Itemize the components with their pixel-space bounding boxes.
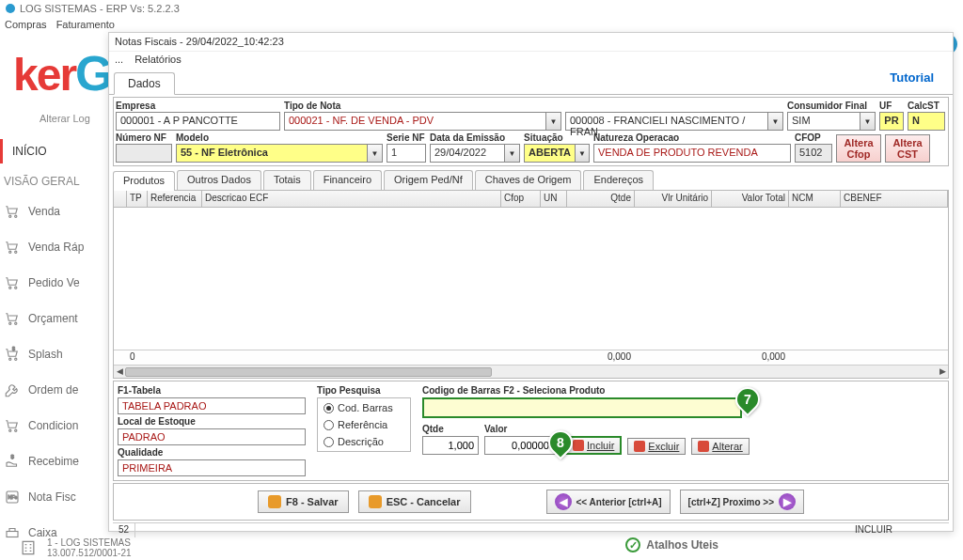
btn-altera-cst[interactable]: Altera CST [885, 134, 930, 163]
dollar-cart-icon: $ [4, 346, 21, 363]
cart-icon [4, 239, 21, 256]
subtab-enderecos[interactable]: Endereços [583, 170, 654, 190]
input-situacao[interactable]: ABERTA [524, 144, 576, 163]
dropdown-vendedor[interactable]: ▼ [768, 112, 783, 131]
footer-company-name: 1 - LOG SISTEMAS [47, 537, 132, 548]
subtab-chaves[interactable]: Chaves de Origem [475, 170, 582, 190]
notas-fiscais-window: Notas Fiscais - 29/04/2022_10:42:23 ... … [108, 32, 954, 532]
hand-money-icon: $ [4, 453, 21, 470]
menu-relatorios[interactable]: Relatórios [134, 54, 182, 67]
sidebar-item-orcamento[interactable]: Orçament [0, 301, 108, 336]
input-natureza[interactable]: VENDA DE PRODUTO REVENDA [593, 144, 791, 163]
sub-tabs: Produtos Outros Dados Totais Financeiro … [113, 170, 949, 191]
input-f1-tabela[interactable]: TABELA PADRAO [118, 397, 306, 414]
input-local-estoque[interactable]: PADRAO [118, 428, 306, 445]
subtab-totais[interactable]: Totais [263, 170, 311, 190]
col-tp[interactable]: TP [127, 191, 148, 207]
sidebar-item-label: Pedido Ve [28, 276, 80, 289]
btn-altera-cfop[interactable]: Altera Cfop [836, 134, 881, 163]
input-vendedor[interactable]: 000008 - FRANCIELI NASCIMENTO / FRAN [565, 112, 768, 131]
radio-referencia[interactable]: Referência [324, 419, 404, 430]
scroll-right-arrow[interactable]: ▶ [937, 366, 948, 378]
svg-rect-17 [7, 532, 18, 537]
scroll-thumb[interactable] [125, 367, 492, 377]
label-uf: UF [879, 101, 904, 112]
sidebar-item-pedido[interactable]: Pedido Ve [0, 265, 108, 301]
sidebar-item-condicional[interactable]: Condicion [0, 408, 108, 443]
col-referencia[interactable]: Referencia [148, 191, 202, 207]
sidebar-item-nota-fiscal[interactable]: NFe Nota Fisc [0, 479, 108, 515]
grid-header: TP Referencia Descricao ECF Cfop UN Qtde… [114, 191, 948, 208]
menu-ellipsis[interactable]: ... [115, 54, 123, 67]
dropdown-situacao[interactable]: ▼ [576, 144, 590, 163]
dropdown-tipo-nota[interactable]: ▼ [546, 112, 561, 131]
input-empresa[interactable]: 000001 - A P PANCOTTE [116, 112, 280, 131]
radio-dot-icon [324, 403, 334, 413]
btn-alterar[interactable]: Alterar [691, 438, 749, 455]
radio-cod-barras[interactable]: Cod. Barras [324, 402, 404, 413]
svg-point-12 [9, 429, 11, 431]
sidebar-section-visao[interactable]: VISÃO GERAL [0, 169, 108, 194]
subtab-produtos[interactable]: Produtos [113, 171, 175, 191]
btn-anterior[interactable]: ◀<< Anterior [ctrl+A] [546, 490, 671, 514]
input-qualidade[interactable]: PRIMEIRA [118, 459, 306, 476]
input-qtde[interactable] [422, 436, 479, 455]
sidebar-item-recebimento[interactable]: $ Recebime [0, 443, 108, 479]
subtab-origem[interactable]: Origem Ped/Nf [384, 170, 473, 190]
input-serie[interactable]: 1 [387, 144, 426, 163]
input-uf[interactable]: PR [879, 112, 904, 131]
dropdown-cons-final[interactable]: ▼ [860, 112, 876, 131]
subtab-financeiro[interactable]: Financeiro [313, 170, 382, 190]
cart-icon [4, 417, 21, 434]
grid-footer: 0 0,000 0,000 [114, 350, 948, 365]
menu-compras[interactable]: Compras [5, 19, 47, 30]
building-icon [19, 537, 38, 558]
btn-proximo[interactable]: [ctrl+Z] Proximo >>▶ [680, 490, 804, 514]
col-vlr-unit[interactable]: Vlr Unitário [635, 191, 712, 207]
dropdown-data-emissao[interactable]: ▼ [505, 144, 520, 163]
save-icon [268, 495, 281, 508]
footer-company: 1 - LOG SISTEMAS 13.007.512/0001-21 [19, 537, 132, 558]
input-cfop[interactable]: 5102 [795, 144, 832, 163]
btn-salvar[interactable]: F8 - Salvar [258, 490, 349, 513]
brand-subtitle[interactable]: Alterar Log [39, 113, 90, 124]
scroll-left-arrow[interactable]: ◀ [114, 366, 125, 378]
btn-cancelar[interactable]: ESC - Cancelar [358, 490, 471, 513]
status-left: 52 [113, 523, 135, 537]
svg-point-0 [6, 4, 15, 13]
svg-point-7 [9, 322, 11, 324]
col-cfop[interactable]: Cfop [501, 191, 541, 207]
sidebar-item-ordem[interactable]: Ordem de [0, 372, 108, 408]
label-calcst: CalcST [908, 101, 945, 112]
col-un[interactable]: UN [541, 191, 567, 207]
col-valor-total[interactable]: Valor Total [712, 191, 789, 207]
sidebar-item-venda-rap[interactable]: Venda Ráp [0, 229, 108, 265]
tab-dados[interactable]: Dados [114, 72, 175, 95]
input-calcst[interactable]: N [908, 112, 945, 131]
col-cbenef[interactable]: CBENEF [841, 191, 948, 207]
btn-excluir[interactable]: Excluir [627, 438, 686, 455]
input-data-emissao[interactable]: 29/04/2022 [430, 144, 505, 163]
dropdown-modelo[interactable]: ▼ [368, 144, 383, 163]
label-tipo-nota: Tipo de Nota [284, 101, 561, 112]
grid-horizontal-scrollbar[interactable]: ◀ ▶ [114, 365, 948, 378]
sidebar-item-venda[interactable]: Venda [0, 194, 108, 229]
input-barcode[interactable] [422, 397, 742, 418]
sidebar-section-inicio[interactable]: INÍCIO [8, 139, 108, 163]
col-ncm[interactable]: NCM [789, 191, 841, 207]
sidebar-item-splash[interactable]: $ Splash [0, 336, 108, 372]
btn-incluir[interactable]: Incluir [565, 436, 622, 455]
input-modelo[interactable]: 55 - NF Eletrônica [176, 144, 368, 163]
footer-shortcut[interactable]: ✓ Atalhos Uteis [625, 537, 718, 552]
subtab-outros[interactable]: Outros Dados [177, 170, 261, 190]
radio-descricao[interactable]: Descrição [324, 436, 404, 447]
product-grid[interactable]: TP Referencia Descricao ECF Cfop UN Qtde… [113, 191, 949, 379]
sidebar-item-label: Splash [28, 348, 63, 361]
input-cons-final[interactable]: SIM [787, 112, 860, 131]
col-descricao[interactable]: Descricao ECF [202, 191, 501, 207]
menu-faturamento[interactable]: Faturamento [56, 19, 115, 30]
label-natureza: Natureza Operacao [593, 132, 791, 144]
col-qtde[interactable]: Qtde [567, 191, 635, 207]
input-tipo-nota[interactable]: 000021 - NF. DE VENDA - PDV [284, 112, 546, 131]
input-numero-nf[interactable] [116, 144, 172, 163]
